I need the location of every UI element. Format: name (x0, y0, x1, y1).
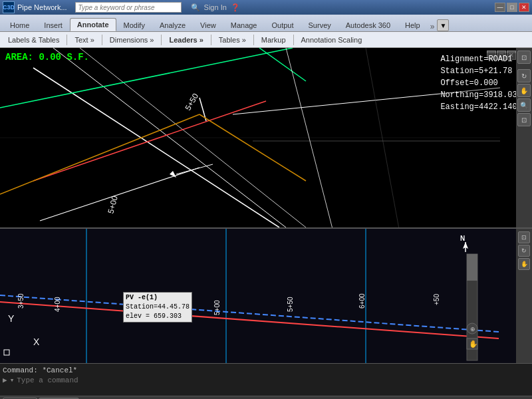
svg-text:5+50: 5+50 (287, 297, 294, 312)
tab-annotate[interactable]: Annotate (70, 18, 116, 31)
canvas-top: 5+50 5+00 AREA: 0.00 S.F. - □ ✕ (0, 48, 532, 229)
svg-text:3+50: 3+50 (17, 293, 25, 309)
maximize-btn[interactable]: □ (507, 3, 517, 12)
sep1 (66, 35, 67, 45)
command-area: Command: *Cancel* ▶ ▾ (0, 363, 532, 396)
ribbon-options[interactable]: ▼ (437, 19, 449, 31)
zoom-extents[interactable]: ⊡ (517, 113, 531, 126)
station-info: Station=5+21.78 (440, 65, 527, 77)
svg-rect-0 (0, 48, 500, 229)
northing-info: Northing=3918.0335 (440, 89, 527, 101)
drawing-canvas-bottom: 3+50 4+00 5+00 5+50 6+00 +50 Y X N ⊕ ✋ (0, 229, 500, 363)
svg-text:+50: +50 (433, 294, 440, 305)
viewcube-top[interactable]: ⊡ (517, 51, 531, 64)
ribbon-text[interactable]: Text » (70, 35, 98, 45)
search-input[interactable] (75, 2, 182, 13)
pan-bottom[interactable]: ✋ (518, 258, 530, 270)
tab-survey[interactable]: Survey (301, 19, 338, 31)
drawing-canvas-top: 5+50 5+00 (0, 48, 500, 229)
app-icon: C3D (3, 1, 15, 13)
viewcube-bottom[interactable]: ⊡ (518, 231, 530, 243)
ribbon-markup[interactable]: Markup (257, 35, 290, 45)
ribbon-content: Labels & Tables Text » Dimensions » Lead… (0, 32, 532, 48)
tab-autodesk360[interactable]: Autodesk 360 (338, 19, 398, 31)
right-toolbar: ⊡ ↻ ✋ 🔍 ⊡ (516, 48, 532, 227)
svg-text:5+00: 5+00 (213, 300, 221, 315)
tab-bar: Model Layout1 + MODEL ⊞ ☰ ▼ (0, 396, 532, 399)
tab-insert[interactable]: Insert (37, 19, 70, 31)
command-input[interactable] (17, 376, 529, 384)
minimize-btn[interactable]: — (495, 3, 505, 12)
ribbon-dimensions[interactable]: Dimensions » (106, 35, 158, 45)
svg-text:✋: ✋ (469, 339, 478, 348)
svg-rect-20 (0, 229, 500, 363)
canvas-bottom: 3+50 4+00 5+00 5+50 6+00 +50 Y X N ⊕ ✋ P… (0, 229, 532, 363)
svg-text:6+00: 6+00 (358, 293, 366, 309)
command-status: Command: *Cancel* (3, 365, 529, 376)
title-text: Pipe Network... (17, 3, 67, 11)
pv-line2: Station=44.45.78 (126, 303, 190, 312)
ribbon-leaders[interactable]: Leaders » (165, 35, 207, 45)
tab-manage[interactable]: Manage (223, 19, 265, 31)
offset-info: Offset=0.000 (440, 77, 527, 89)
tab-home[interactable]: Home (3, 19, 37, 31)
svg-text:⊕: ⊕ (470, 326, 475, 332)
close-btn[interactable]: ✕ (519, 3, 529, 12)
zoom-btn[interactable]: 🔍 (517, 98, 531, 112)
tab-modify[interactable]: Modify (116, 19, 152, 31)
alignment-info: Alignment=ROAD1 (440, 53, 527, 65)
window-controls: — □ ✕ (495, 3, 529, 12)
sep4 (211, 35, 211, 45)
ribbon-tables[interactable]: Tables » (215, 35, 250, 45)
pv-line1: PV -e(1) (126, 293, 190, 303)
tab-analyze[interactable]: Analyze (152, 19, 193, 31)
pv-label: PV -e(1) Station=44.45.78 elev = 659.303 (123, 292, 192, 323)
area-label: AREA: 0.00 S.F. (5, 52, 89, 63)
tab-output[interactable]: Output (265, 19, 301, 31)
info-overlay: Alignment=ROAD1 Station=5+21.78 Offset=0… (440, 53, 527, 113)
bottom-right-toolbar: ⊡ ↻ ✋ (516, 229, 532, 363)
easting-info: Easting=4422.1407 (440, 101, 527, 113)
svg-text:Y: Y (8, 313, 15, 324)
svg-text:X: X (33, 336, 40, 347)
command-separator: ▾ (10, 376, 15, 384)
ribbon-tabs: Home Insert Annotate Modify Analyze View… (0, 15, 532, 32)
pv-line3: elev = 659.303 (126, 312, 190, 321)
sep2 (102, 35, 102, 45)
svg-text:N: N (460, 235, 465, 242)
tab-help[interactable]: Help (398, 19, 428, 31)
titlebar: C3D Pipe Network... 🔍 Sign In ❓ — □ ✕ (0, 0, 532, 15)
sign-in-btn[interactable]: Sign In (204, 3, 227, 11)
tab-view[interactable]: View (193, 19, 223, 31)
orbit-bottom[interactable]: ↻ (518, 245, 530, 257)
ribbon-annotation-scaling[interactable]: Annotation Scaling (297, 35, 366, 45)
command-prompt-icon: ▶ (3, 376, 7, 384)
svg-rect-39 (467, 254, 477, 281)
svg-text:4+00: 4+00 (54, 297, 61, 312)
sep3 (161, 35, 162, 45)
sep5 (253, 35, 254, 45)
sep6 (293, 35, 294, 45)
orbit-btn[interactable]: ↻ (517, 69, 531, 82)
pan-btn[interactable]: ✋ (517, 84, 531, 97)
ribbon-labels-tables[interactable]: Labels & Tables (4, 35, 63, 45)
